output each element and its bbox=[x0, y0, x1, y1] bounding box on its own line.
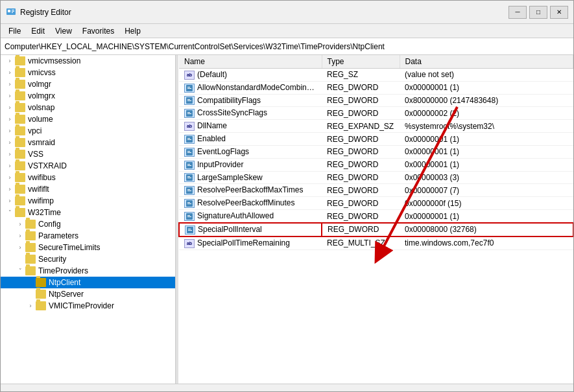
svg-rect-7 bbox=[187, 88, 191, 89]
tree-item-ntpclient[interactable]: NtpClient bbox=[1, 277, 175, 288]
cell-name: CompatibilityFlags bbox=[179, 94, 322, 107]
tree-item-vpci[interactable]: › vpci bbox=[1, 125, 175, 137]
tree-item-vwifibus[interactable]: › vwifibus bbox=[1, 172, 175, 183]
cell-name: Enabled bbox=[179, 133, 322, 146]
tree-item-parameters[interactable]: › Parameters bbox=[1, 230, 175, 242]
tree-item-volmgr[interactable]: › volmgr bbox=[1, 78, 175, 90]
dword-icon bbox=[184, 96, 195, 105]
cell-name: ab(Default) bbox=[179, 69, 322, 82]
table-row[interactable]: LargeSampleSkewREG_DWORD0x00000003 (3) bbox=[179, 171, 573, 184]
tree-item-vwififlt[interactable]: › vwififlt bbox=[1, 183, 175, 195]
tree-item-vss[interactable]: › VSS bbox=[1, 148, 175, 160]
tree-item-vsmraid[interactable]: › vsmraid bbox=[1, 137, 175, 148]
cell-name: abSpecialPollTimeRemaining bbox=[179, 236, 322, 249]
reg-name: LargeSampleSkew bbox=[197, 173, 263, 182]
main-content: › vmicvmsession › vmicvss › volmgr › vol… bbox=[1, 55, 573, 384]
expand-arrow: › bbox=[5, 174, 15, 181]
menu-help[interactable]: Help bbox=[119, 25, 146, 37]
table-row[interactable]: CompatibilityFlagsREG_DWORD0x80000000 (2… bbox=[179, 94, 573, 107]
ab-icon: ab bbox=[184, 71, 195, 80]
ab-icon: ab bbox=[184, 122, 195, 131]
table-row[interactable]: abDllNameREG_EXPAND_SZ%systemroot%\syste… bbox=[179, 120, 573, 133]
cell-data: 0x00000001 (1) bbox=[400, 81, 573, 94]
folder-icon bbox=[25, 220, 36, 229]
expand-arrow: › bbox=[5, 58, 15, 64]
col-type[interactable]: Type bbox=[322, 55, 400, 69]
cell-type: REG_DWORD bbox=[322, 94, 400, 107]
table-row[interactable]: InputProviderREG_DWORD0x00000001 (1) bbox=[179, 158, 573, 171]
svg-rect-25 bbox=[187, 178, 191, 178]
cell-name: CrossSiteSyncFlags bbox=[179, 107, 322, 120]
tree-item-vwifimp[interactable]: › vwifimp bbox=[1, 195, 175, 207]
tree-item-vmictimeprovider[interactable]: › VMICTimeProvider bbox=[1, 300, 175, 312]
registry-table: Name Type Data ab(Default)REG_SZ(value n… bbox=[178, 55, 573, 250]
menu-favorites[interactable]: Favorites bbox=[77, 25, 119, 37]
tree-item-config[interactable]: › Config bbox=[1, 218, 175, 230]
table-row[interactable]: SignatureAuthAllowedREG_DWORD0x00000001 … bbox=[179, 210, 573, 223]
table-row[interactable]: EventLogFlagsREG_DWORD0x00000001 (1) bbox=[179, 145, 573, 158]
table-row[interactable]: AllowNonstandardModeCombinati...REG_DWOR… bbox=[179, 81, 573, 94]
folder-icon bbox=[15, 161, 25, 170]
tree-item-volmgrx[interactable]: › volmgrx bbox=[1, 90, 175, 102]
tree-item-volsnap[interactable]: › volsnap bbox=[1, 102, 175, 113]
folder-icon bbox=[15, 68, 25, 77]
tree-item-timeproviders[interactable]: ˅ TimeProviders bbox=[1, 265, 175, 277]
tree-item-volume[interactable]: › volume bbox=[1, 113, 175, 125]
tree-item-w32time[interactable]: ˅ W32Time bbox=[1, 207, 175, 218]
col-name[interactable]: Name bbox=[179, 55, 322, 69]
registry-editor-window: Registry Editor ─ □ ✕ File Edit View Fav… bbox=[0, 0, 574, 392]
menu-view[interactable]: View bbox=[50, 25, 77, 37]
expand-arrow: › bbox=[5, 104, 15, 111]
table-row[interactable]: SpecialPollIntervalREG_DWORD0x00008000 (… bbox=[179, 223, 573, 236]
table-row[interactable]: CrossSiteSyncFlagsREG_DWORD0x00000002 (2… bbox=[179, 107, 573, 120]
tree-item-ntpserver[interactable]: NtpServer bbox=[1, 288, 175, 300]
svg-rect-10 bbox=[187, 100, 191, 101]
tree-item-vstxraid[interactable]: › VSTXRAID bbox=[1, 160, 175, 172]
tree-item-securetimelimits[interactable]: › SecureTimeLimits bbox=[1, 242, 175, 253]
tree-item-vmicvmsession[interactable]: › vmicvmsession bbox=[1, 55, 175, 67]
tree-pane[interactable]: › vmicvmsession › vmicvss › volmgr › vol… bbox=[1, 55, 176, 384]
tree-label: vwifibus bbox=[28, 173, 175, 182]
folder-icon bbox=[15, 91, 25, 100]
window-title: Registry Editor bbox=[20, 8, 71, 17]
expand-arrow: › bbox=[5, 81, 15, 87]
expand-arrow: › bbox=[5, 151, 15, 157]
expand-arrow: ˅ bbox=[15, 268, 25, 274]
cell-name: InputProvider bbox=[179, 158, 322, 171]
col-data[interactable]: Data bbox=[400, 55, 573, 69]
table-row[interactable]: ab(Default)REG_SZ(value not set) bbox=[179, 69, 573, 82]
svg-rect-21 bbox=[187, 164, 190, 165]
folder-icon bbox=[15, 56, 25, 65]
cell-type: REG_SZ bbox=[322, 69, 400, 82]
tree-item-vmicvss[interactable]: › vmicvss bbox=[1, 67, 175, 78]
tree-label: vpci bbox=[28, 126, 175, 135]
reg-name: EventLogFlags bbox=[197, 147, 249, 156]
table-header-row: Name Type Data bbox=[179, 55, 573, 69]
table-row[interactable]: ResolvePeerBackoffMaxTimesREG_DWORD0x000… bbox=[179, 184, 573, 197]
cell-data: 0x00000001 (1) bbox=[400, 210, 573, 223]
cell-name: ResolvePeerBackoffMaxTimes bbox=[179, 184, 322, 197]
tree-item-security[interactable]: Security bbox=[1, 253, 175, 265]
reg-name: DllName bbox=[197, 121, 227, 130]
cell-type: REG_DWORD bbox=[322, 158, 400, 171]
svg-rect-9 bbox=[187, 99, 190, 100]
cell-type: REG_DWORD bbox=[322, 107, 400, 120]
cell-type: REG_DWORD bbox=[322, 223, 400, 236]
menu-edit[interactable]: Edit bbox=[26, 25, 50, 37]
cell-data: 0x00000007 (7) bbox=[400, 184, 573, 197]
svg-rect-4 bbox=[12, 12, 13, 13]
menu-file[interactable]: File bbox=[3, 25, 26, 37]
expand-arrow: › bbox=[5, 198, 15, 204]
table-row[interactable]: abSpecialPollTimeRemainingREG_MULTI_SZti… bbox=[179, 236, 573, 249]
tree-label: volume bbox=[28, 115, 175, 124]
dword-icon bbox=[185, 225, 195, 235]
bottom-scrollbar[interactable] bbox=[1, 384, 573, 391]
dword-icon bbox=[184, 173, 195, 182]
table-row[interactable]: EnabledREG_DWORD0x00000001 (1) bbox=[179, 133, 573, 146]
tree-label: NtpServer bbox=[49, 290, 175, 299]
table-row[interactable]: ResolvePeerBackoffMinutesREG_DWORD0x0000… bbox=[179, 197, 573, 210]
minimize-button[interactable]: ─ bbox=[508, 6, 527, 19]
close-button[interactable]: ✕ bbox=[550, 6, 568, 19]
maximize-button[interactable]: □ bbox=[529, 6, 547, 19]
svg-rect-13 bbox=[187, 113, 191, 114]
